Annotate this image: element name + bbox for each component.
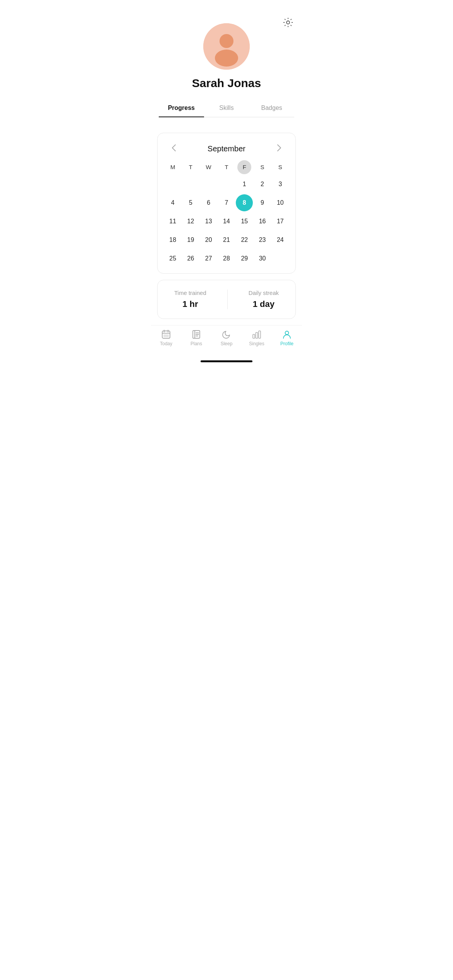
calendar-card: September M T W T F [157,133,296,274]
nav-today-label: Today [160,341,172,346]
calendar-day-empty-2 [182,176,199,193]
svg-point-0 [287,21,290,24]
svg-rect-16 [259,331,261,338]
calendar-day-empty-3 [200,176,218,193]
svg-point-2 [220,34,233,48]
time-trained-label: Time trained [174,290,206,296]
calendar-day-30[interactable]: 30 [253,250,271,267]
calendar-grid: M T W T F S S [164,161,289,267]
calendar-day-27[interactable]: 27 [200,250,218,267]
nav-today[interactable]: Today [151,329,181,346]
weekday-f: F [235,161,253,173]
calendar-day-2[interactable]: 2 [253,176,271,193]
calendar-day-4[interactable]: 4 [164,194,182,211]
calendar-day-21[interactable]: 21 [218,231,235,248]
nav-profile[interactable]: Profile [272,329,302,346]
page-wrapper: Sarah Jonas Progress Skills Badges Septe… [151,0,302,362]
calendar-day-3[interactable]: 3 [271,176,289,193]
today-icon [161,329,171,339]
daily-streak-label: Daily streak [249,290,279,296]
avatar[interactable] [203,23,250,70]
nav-singles-label: Singles [249,341,264,346]
calendar-next-button[interactable] [274,142,285,155]
calendar-month: September [208,144,245,153]
calendar-day-20[interactable]: 20 [200,231,218,248]
calendar-day-17[interactable]: 17 [271,213,289,230]
header-area: Sarah Jonas Progress Skills Badges [151,0,302,133]
weekday-m: M [164,161,182,173]
calendar-day-26[interactable]: 26 [182,250,199,267]
calendar-day-1[interactable]: 1 [235,176,253,193]
calendar-day-14[interactable]: 14 [218,213,235,230]
gear-icon [283,17,293,28]
calendar-day-11[interactable]: 11 [164,213,182,230]
plans-icon [191,329,201,339]
svg-point-3 [215,50,238,67]
tab-progress[interactable]: Progress [159,99,204,117]
svg-rect-15 [256,332,258,338]
stat-daily-streak: Daily streak 1 day [249,290,279,309]
time-trained-value: 1 hr [182,299,198,309]
nav-sleep-label: Sleep [221,341,233,346]
calendar-day-16[interactable]: 16 [253,213,271,230]
sleep-icon [221,329,232,339]
calendar-day-6[interactable]: 6 [200,194,218,211]
weekday-s1: S [253,161,271,173]
calendar-day-29[interactable]: 29 [235,250,253,267]
weekday-s2: S [271,161,289,173]
tab-skills[interactable]: Skills [204,99,249,117]
calendar-day-empty-5 [271,250,289,267]
stat-time-trained: Time trained 1 hr [174,290,206,309]
nav-singles[interactable]: Singles [242,329,272,346]
calendar-day-23[interactable]: 23 [253,231,271,248]
calendar-day-9[interactable]: 9 [253,194,271,211]
bottom-nav: Today Plans Sleep [151,325,302,358]
nav-plans-label: Plans [190,341,202,346]
calendar-day-18[interactable]: 18 [164,231,182,248]
avatar-icon [203,23,250,70]
calendar-day-7[interactable]: 7 [218,194,235,211]
svg-rect-14 [253,334,255,338]
stats-divider [227,290,228,309]
weekday-w: W [200,161,218,173]
profile-icon [282,329,292,339]
stats-card: Time trained 1 hr Daily streak 1 day [157,280,296,319]
calendar-day-5[interactable]: 5 [182,194,199,211]
singles-icon [252,329,262,339]
calendar-day-15[interactable]: 15 [235,213,253,230]
nav-profile-label: Profile [280,341,293,346]
calendar-day-10[interactable]: 10 [271,194,289,211]
calendar-day-8-today[interactable]: 8 [236,194,253,211]
home-indicator [201,360,252,362]
calendar-day-22[interactable]: 22 [235,231,253,248]
calendar-weekdays: M T W T F S S [164,161,289,173]
nav-sleep[interactable]: Sleep [211,329,242,346]
weekday-t2: T [218,161,235,173]
settings-button[interactable] [283,17,293,31]
svg-point-17 [285,331,289,335]
calendar-day-empty-4 [218,176,235,193]
calendar-day-12[interactable]: 12 [182,213,199,230]
calendar-days: 1 2 3 4 5 6 7 8 9 10 11 12 13 14 15 [164,176,289,267]
tabs-container: Progress Skills Badges [159,99,294,117]
calendar-prev-button[interactable] [168,142,179,155]
calendar-header: September [164,139,289,161]
tab-badges[interactable]: Badges [249,99,294,117]
user-name: Sarah Jonas [192,77,261,90]
main-content: September M T W T F [151,133,302,325]
daily-streak-value: 1 day [253,299,275,309]
calendar-day-13[interactable]: 13 [200,213,218,230]
calendar-day-empty-1 [164,176,182,193]
nav-plans[interactable]: Plans [181,329,211,346]
weekday-t1: T [182,161,199,173]
svg-rect-8 [163,334,169,337]
calendar-day-24[interactable]: 24 [271,231,289,248]
calendar-day-28[interactable]: 28 [218,250,235,267]
calendar-day-19[interactable]: 19 [182,231,199,248]
calendar-day-25[interactable]: 25 [164,250,182,267]
